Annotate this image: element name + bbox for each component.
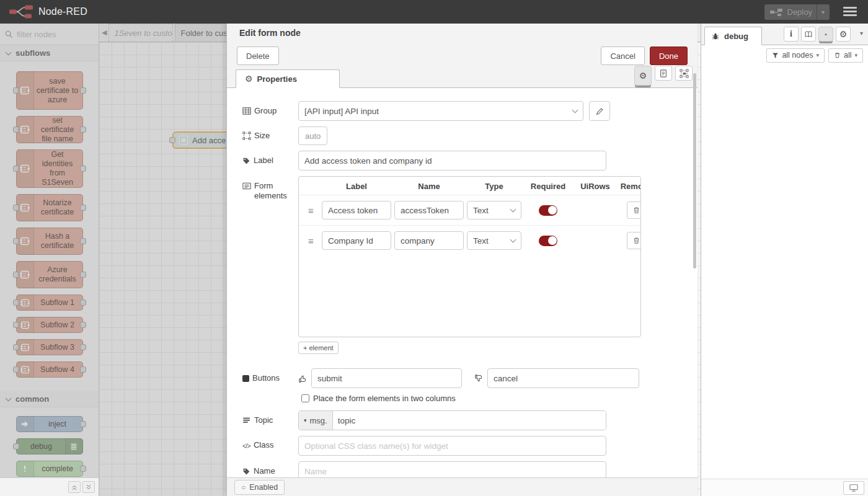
remove-element-button[interactable] [627, 202, 641, 219]
palette-node-subflow-4[interactable]: Subflow 4 [16, 361, 83, 378]
element-type-select[interactable]: Text [467, 231, 521, 250]
palette-node-notarize[interactable]: Notarize certificate [16, 194, 83, 221]
col-remove: Remove [619, 182, 641, 191]
cancel-button[interactable]: Cancel [601, 46, 644, 65]
label-input[interactable] [298, 151, 606, 170]
node-output-port[interactable] [80, 366, 86, 373]
debug-clear-button[interactable]: all ▾ [828, 48, 863, 63]
palette-node-save-certificate[interactable]: save certificate to azure [16, 71, 83, 110]
class-label: </> Class [242, 440, 298, 451]
palette-node-label: Azure credentials [35, 265, 80, 284]
element-label-input[interactable] [322, 201, 391, 219]
book-icon [804, 30, 813, 38]
monitor-icon [849, 484, 859, 492]
topic-input[interactable] [333, 411, 606, 430]
palette-category-common[interactable]: common [0, 391, 99, 407]
edit-appearance-button[interactable] [675, 66, 693, 81]
node-output-port[interactable] [80, 299, 86, 306]
expand-all-button[interactable] [82, 481, 95, 493]
collapse-all-button[interactable] [68, 481, 81, 493]
palette-node-label: debug [19, 442, 64, 451]
exclamation-icon [17, 461, 34, 477]
done-button[interactable]: Done [650, 46, 688, 65]
flow-tab-1[interactable]: 1Seven to custo [108, 24, 173, 42]
deploy-label: Deploy [787, 7, 812, 17]
node-output-port[interactable] [80, 344, 86, 350]
gear-icon: ⚙ [639, 71, 647, 81]
edit-group-button[interactable] [589, 101, 610, 121]
element-name-input[interactable] [394, 201, 464, 219]
palette-node-subflow-2[interactable]: Subflow 2 [16, 317, 83, 333]
deploy-caret-icon[interactable]: ▾ [822, 9, 825, 16]
palette-node-get-identities[interactable]: Get identities from S1Seven [16, 149, 83, 188]
sidebar-config-button[interactable]: ⚙ [836, 27, 851, 42]
drag-handle-icon[interactable]: ≡ [303, 236, 319, 246]
palette-node-complete[interactable]: complete [16, 461, 83, 477]
node-output-port[interactable] [80, 166, 86, 172]
edit-properties-button[interactable]: ⚙ [634, 66, 652, 86]
palette-node-azure-credentials[interactable]: Azure credentials [16, 261, 83, 288]
node-output-port[interactable] [80, 466, 86, 472]
sidebar-debug-button[interactable] [818, 27, 833, 42]
sidebar-menu-caret-icon[interactable]: ▾ [860, 30, 863, 37]
col-name: Name [394, 182, 464, 191]
node-enabled-button[interactable]: ○ Enabled [234, 480, 285, 495]
node-input-port[interactable] [169, 137, 175, 143]
field-row-name: Name [242, 461, 698, 477]
element-label-input[interactable] [322, 231, 391, 250]
element-type-select[interactable]: Text [467, 201, 521, 219]
tab-scroll-left-icon[interactable]: ◀ [102, 29, 107, 37]
node-output-port[interactable] [80, 205, 86, 211]
field-row-topic: Topic ▾ msg. [242, 410, 698, 430]
tab-label: debug [724, 32, 748, 41]
palette-node-subflow-3[interactable]: Subflow 3 [16, 339, 83, 355]
sidebar-info-button[interactable]: i [784, 27, 799, 42]
node-output-port[interactable] [80, 126, 86, 133]
open-debug-window-button[interactable] [843, 481, 864, 495]
required-toggle[interactable] [539, 205, 557, 216]
two-columns-checkbox[interactable] [301, 394, 309, 402]
drag-handle-icon[interactable]: ≡ [303, 205, 319, 216]
chevron-down-icon [510, 237, 516, 243]
palette-category-subflows[interactable]: subflows [0, 45, 99, 61]
app-header: Node-RED Deploy ▾ [0, 0, 868, 24]
node-input-port[interactable] [13, 443, 19, 450]
tab-properties[interactable]: ⚙ Properties [236, 69, 340, 88]
cancel-button-input[interactable] [487, 368, 639, 388]
node-output-port[interactable] [80, 87, 86, 94]
tab-debug[interactable]: debug [704, 27, 762, 45]
node-output-port[interactable] [80, 421, 86, 427]
node-output-port[interactable] [80, 272, 86, 278]
subflow-icon [17, 149, 34, 188]
add-element-button[interactable]: + element [298, 342, 339, 354]
deploy-button[interactable]: Deploy ▾ [764, 4, 830, 20]
col-required: Required [525, 182, 572, 191]
submit-button-input[interactable] [311, 368, 462, 388]
palette-node-label: complete [35, 464, 80, 474]
element-name-input[interactable] [394, 231, 464, 250]
node-output-port[interactable] [80, 238, 86, 244]
label-label: Label [242, 156, 298, 166]
size-auto-button[interactable]: auto [298, 126, 327, 145]
class-input[interactable] [298, 436, 606, 456]
palette-node-set-certificate-name[interactable]: set certificate file name [16, 116, 83, 143]
palette-node-debug[interactable]: debug [16, 438, 83, 454]
typed-input-prefix: msg. [310, 416, 327, 425]
debug-filter-button[interactable]: all nodes ▾ [766, 48, 825, 63]
tray-scrollbar[interactable] [693, 73, 696, 268]
required-toggle[interactable] [539, 236, 557, 246]
edit-description-button[interactable] [655, 66, 672, 81]
remove-element-button[interactable] [627, 232, 641, 249]
name-input[interactable] [298, 461, 606, 477]
typed-input-type-button[interactable]: ▾ msg. [299, 411, 333, 430]
palette-node-hash[interactable]: Hash a certificate [16, 228, 83, 255]
palette-node-inject[interactable]: inject [16, 416, 83, 432]
tray-toolbar: Delete Cancel Done [227, 42, 698, 69]
node-output-port[interactable] [80, 322, 86, 328]
sidebar-help-button[interactable] [801, 27, 816, 42]
delete-button[interactable]: Delete [237, 46, 279, 65]
palette-filter-input[interactable] [17, 30, 88, 39]
group-select[interactable]: [API input] API input [298, 101, 583, 121]
main-menu-icon[interactable] [843, 7, 857, 18]
palette-node-subflow-1[interactable]: Subflow 1 [16, 294, 83, 311]
